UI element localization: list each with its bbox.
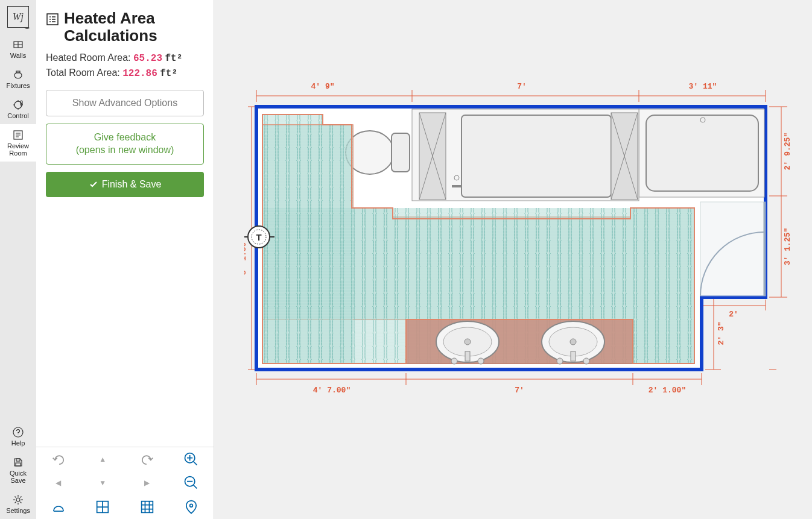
- nav-label: Quick Save: [2, 470, 34, 484]
- walls-icon: [12, 39, 24, 51]
- shower-pan: [462, 115, 611, 197]
- up-arrow-button[interactable]: ▲: [94, 451, 111, 468]
- svg-rect-50: [700, 202, 766, 296]
- dim-bottom-2: 2' 1.00": [649, 386, 686, 395]
- finish-label: Finish & Save: [102, 179, 162, 190]
- sidebar-panel: Heated Area Calculations Heated Room Are…: [36, 0, 214, 519]
- nav-control[interactable]: Control: [0, 94, 36, 124]
- nav-help[interactable]: Help: [0, 421, 36, 451]
- finish-save-button[interactable]: Finish & Save: [46, 172, 204, 197]
- logo: Wj: [7, 6, 29, 28]
- review-icon: [12, 129, 24, 141]
- dim-right-0: 2' 9.25": [783, 133, 792, 170]
- entrance-button[interactable]: [50, 499, 67, 515]
- svg-point-61: [557, 358, 563, 364]
- nav-label: Fixtures: [6, 82, 30, 89]
- redo-button[interactable]: [139, 451, 156, 468]
- nav-label: Settings: [6, 507, 30, 514]
- total-label: Total Room Area:: [46, 68, 120, 78]
- svg-rect-63: [571, 351, 576, 361]
- door-swing: [700, 202, 766, 296]
- svg-point-55: [451, 358, 457, 364]
- feedback-line1: Give feedback: [54, 131, 196, 144]
- svg-rect-47: [392, 133, 410, 172]
- help-icon: [12, 426, 24, 438]
- control-icon: [12, 99, 24, 111]
- nav-label: Help: [11, 439, 25, 447]
- svg-rect-7: [16, 459, 20, 461]
- svg-point-60: [570, 339, 576, 345]
- total-value: 122.86: [122, 68, 157, 79]
- bathtub: [646, 115, 758, 191]
- svg-text:T: T: [256, 232, 261, 242]
- dim-top-2: 3' 11": [689, 82, 717, 91]
- dim-top-0: 4' 9": [311, 82, 334, 91]
- left-arrow-button[interactable]: ◀: [50, 474, 67, 491]
- svg-point-9: [16, 498, 20, 502]
- heated-area-row: Heated Room Area: 65.23 ft²: [46, 52, 204, 64]
- nav-label: Walls: [10, 52, 26, 59]
- nav-label: Review Room: [2, 142, 34, 157]
- undo-button[interactable]: [50, 451, 67, 468]
- svg-rect-14: [141, 502, 153, 513]
- dim-right-3: 2': [729, 310, 738, 319]
- total-area-row: Total Room Area: 122.86 ft²: [46, 68, 204, 79]
- floor-plan: 4' 9" 7' 3' 11" 8' 1.50" 2' 9.25" 3' 1.2…: [244, 81, 799, 407]
- zoom-out-button[interactable]: [183, 474, 200, 491]
- left-arrow-icon: ◀: [56, 479, 61, 487]
- nav-settings[interactable]: Settings: [0, 489, 36, 519]
- heated-value: 65.23: [133, 53, 162, 64]
- page-title: Heated Area Calculations: [46, 10, 204, 44]
- dim-left: 8' 1.50": [244, 237, 248, 275]
- total-unit: ft²: [160, 68, 177, 79]
- svg-rect-45: [452, 185, 462, 187]
- down-arrow-button[interactable]: ▼: [94, 474, 111, 491]
- svg-rect-8: [16, 463, 21, 466]
- svg-rect-57: [465, 351, 470, 361]
- svg-point-56: [478, 358, 484, 364]
- heated-unit: ft²: [165, 53, 182, 64]
- settings-icon: [12, 494, 24, 506]
- nav-fixtures[interactable]: Fixtures: [0, 64, 36, 94]
- dim-bottom-1: 7': [515, 386, 524, 395]
- svg-point-62: [583, 358, 589, 364]
- nav-walls[interactable]: Walls: [0, 34, 36, 64]
- svg-point-15: [190, 504, 193, 507]
- feedback-line2: (opens in new window): [54, 144, 196, 157]
- fine-grid-button[interactable]: [139, 499, 156, 515]
- show-advanced-button[interactable]: Show Advanced Options: [46, 90, 204, 116]
- give-feedback-button[interactable]: Give feedback (opens in new window): [46, 124, 204, 165]
- fixtures-icon: [12, 69, 24, 81]
- check-icon: [89, 180, 98, 189]
- up-arrow-icon: ▲: [99, 455, 106, 464]
- right-arrow-icon: ▶: [144, 479, 150, 487]
- location-button[interactable]: [183, 499, 200, 515]
- toilet: [346, 131, 410, 174]
- nav-quick-save[interactable]: Quick Save: [0, 451, 36, 489]
- canvas-toolbar: ▲ ◀ ▼ ▶: [36, 447, 214, 519]
- dim-top-1: 7': [517, 82, 527, 91]
- page-title-text: Heated Area Calculations: [64, 10, 204, 44]
- calculations-icon: [46, 12, 59, 25]
- nav-label: Control: [7, 112, 28, 119]
- save-icon: [12, 456, 24, 468]
- dim-bottom-0: 4' 7.00": [313, 386, 350, 395]
- nav-rail: Wj Walls Fixtures Control Review Room He…: [0, 0, 36, 519]
- floor-plan-canvas[interactable]: 4' 9" 7' 3' 11" 8' 1.50" 2' 9.25" 3' 1.2…: [214, 0, 812, 519]
- dim-right-2: 2' 3": [717, 321, 726, 345]
- nav-review-room[interactable]: Review Room: [0, 124, 36, 162]
- grid-button[interactable]: [94, 499, 111, 515]
- right-arrow-button[interactable]: ▶: [139, 474, 156, 491]
- heated-label: Heated Room Area:: [46, 52, 131, 63]
- zoom-in-button[interactable]: [183, 451, 200, 468]
- dim-right-1: 3' 1.25": [783, 228, 792, 265]
- down-arrow-icon: ▼: [99, 479, 106, 487]
- svg-point-54: [465, 339, 471, 345]
